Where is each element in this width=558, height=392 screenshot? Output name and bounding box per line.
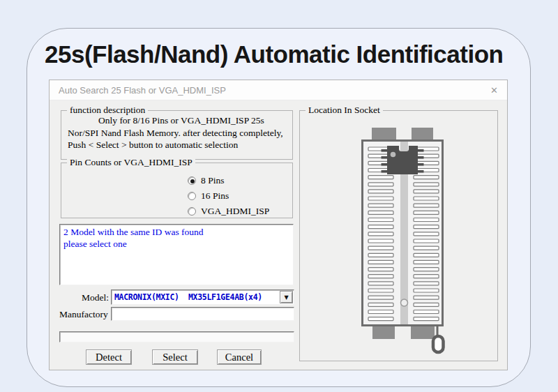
dialog-title: Auto Search 25 Flash or VGA_HDMI_ISP — [59, 85, 226, 96]
socket-lever — [433, 325, 444, 352]
radio-icon[interactable] — [188, 192, 196, 200]
auto-search-dialog: Auto Search 25 Flash or VGA_HDMI_ISP ✕ f… — [49, 80, 508, 370]
function-description-text: Only for 8/16 Pins or VGA_HDMI_ISP 25s N… — [68, 114, 285, 151]
socket-alignment-circle — [401, 299, 408, 306]
page: { "page": { "title": "25s(Flash/Nand) Au… — [0, 0, 558, 392]
radio-8-pins[interactable]: 8 Pins — [188, 175, 224, 186]
location-in-socket-group: Location In Socket — [299, 110, 498, 361]
radio-icon[interactable] — [188, 176, 196, 185]
zif-socket-graphic — [361, 128, 449, 358]
manufactory-label: Manufactory — [59, 309, 108, 320]
radio-icon[interactable] — [188, 207, 196, 216]
manufactory-field[interactable] — [111, 307, 294, 321]
radio-label: 16 Pins — [201, 190, 229, 202]
pin-counts-group: Pin Counts or VGA_HDMI_ISP 8 Pins 16 Pin… — [61, 163, 293, 218]
progress-bar — [59, 331, 294, 342]
dialog-titlebar[interactable]: Auto Search 25 Flash or VGA_HDMI_ISP ✕ — [50, 80, 507, 100]
page-title: 25s(Flash/Nand) Automatic Identification — [45, 40, 526, 68]
model-label: Model: — [69, 292, 109, 303]
result-line: please select one — [63, 238, 289, 250]
result-line: 2 Model with the same ID was found — [63, 226, 289, 238]
cancel-button[interactable]: Cancel — [217, 349, 262, 365]
close-icon[interactable]: ✕ — [488, 84, 501, 97]
detect-button[interactable]: Detect — [86, 349, 132, 365]
model-combobox-value: MACRONIX(MXIC) MX35LF1GE4AB(x4) — [114, 292, 262, 302]
model-combobox[interactable]: MACRONIX(MXIC) MX35LF1GE4AB(x4) ▼ — [111, 289, 294, 305]
socket-bottom-tabs — [372, 326, 435, 339]
location-in-socket-label: Location In Socket — [306, 105, 383, 116]
chip-pin1-dot — [391, 152, 396, 158]
radio-16-pins[interactable]: 16 Pins — [188, 190, 229, 202]
function-description-group: function description Only for 8/16 Pins … — [61, 110, 293, 160]
select-button[interactable]: Select — [152, 349, 198, 365]
chevron-down-icon[interactable]: ▼ — [280, 291, 293, 303]
pin-counts-label: Pin Counts or VGA_HDMI_ISP — [67, 157, 195, 168]
radio-vga-hdmi-isp[interactable]: VGA_HDMI_ISP — [188, 206, 269, 217]
radio-label: 8 Pins — [201, 175, 224, 186]
radio-label: VGA_HDMI_ISP — [201, 206, 269, 217]
socket-top-tabs — [372, 128, 433, 141]
search-result-listbox[interactable]: 2 Model with the same ID was found pleas… — [59, 224, 294, 285]
